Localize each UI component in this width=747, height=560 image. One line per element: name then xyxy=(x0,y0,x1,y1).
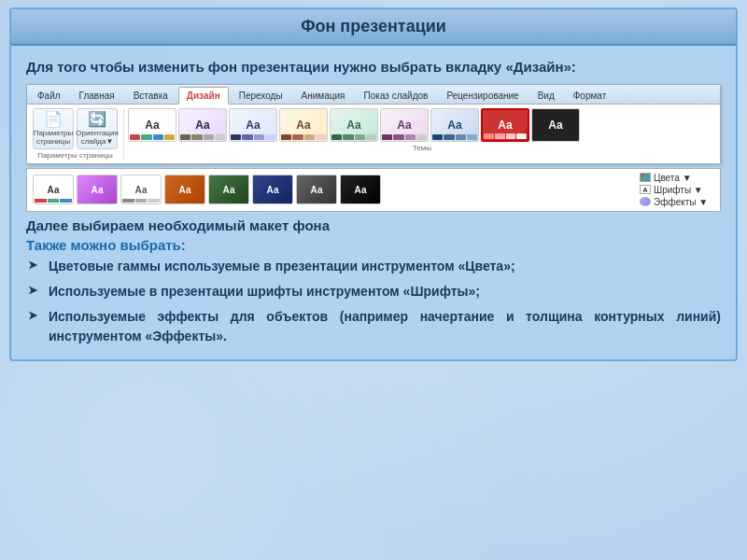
design-panel: Цвета ▼ A Шрифты ▼ Эффекты ▼ xyxy=(640,173,714,207)
tab-format[interactable]: Формат xyxy=(565,87,615,104)
tab-view[interactable]: Вид xyxy=(529,87,563,104)
tab-file[interactable]: Файл xyxy=(29,87,69,104)
sr-theme-2[interactable]: Аа xyxy=(77,175,118,204)
tab-slideshow[interactable]: Показ слайдов xyxy=(356,87,437,104)
tab-review[interactable]: Рецензирование xyxy=(438,87,527,104)
second-ribbon-themes: Аа Аа Аа Аа Аа xyxy=(33,175,629,204)
sr-theme-8[interactable]: Аа xyxy=(340,175,381,204)
bullet-item-2: Используемые в презентации шрифты инстру… xyxy=(26,282,721,301)
sr-theme-4[interactable]: Аа xyxy=(164,175,205,204)
theme-5[interactable]: Аа xyxy=(330,108,378,142)
page-setup-icons: 📄 Параметры страницы 🔄 Ориентация слайда… xyxy=(33,108,118,149)
theme-4[interactable]: Аа xyxy=(279,108,328,142)
sr-theme-5[interactable]: Аа xyxy=(208,175,249,204)
page-title: Фон презентации xyxy=(11,9,736,46)
bullet-item-1: Цветовые гаммы используемые в презентаци… xyxy=(26,257,721,276)
theme-1[interactable]: Аа xyxy=(128,108,176,142)
tab-insert[interactable]: Вставка xyxy=(125,87,176,104)
theme-grid: Аа Аа xyxy=(128,108,716,142)
theme-6[interactable]: Аа xyxy=(380,108,429,142)
bullet-list: Цветовые гаммы используемые в презентаци… xyxy=(26,257,721,346)
content-area: Для того чтобы изменить фон презентации … xyxy=(11,46,736,359)
theme-2[interactable]: Аа xyxy=(178,108,227,142)
theme-9[interactable]: Аа xyxy=(531,108,580,142)
tab-transitions[interactable]: Переходы xyxy=(231,87,291,104)
also-label: Также можно выбрать: xyxy=(26,237,721,253)
intro-paragraph: Для того чтобы изменить фон презентации … xyxy=(26,57,721,78)
theme-3[interactable]: Аа xyxy=(229,108,277,142)
themes-group: Аа Аа xyxy=(128,108,716,152)
tab-animation[interactable]: Анимация xyxy=(293,87,354,104)
sr-theme-1[interactable]: Аа xyxy=(33,175,74,204)
main-container: Фон презентации Для того чтобы изменить … xyxy=(9,7,738,361)
effects-option[interactable]: Эффекты ▼ xyxy=(640,197,714,207)
themes-label: Темы xyxy=(128,144,716,152)
tab-home[interactable]: Главная xyxy=(71,87,123,104)
bullet-item-3: Используемые эффекты для объектов (напри… xyxy=(26,307,721,346)
fonts-option[interactable]: A Шрифты ▼ xyxy=(640,185,714,195)
ribbon-body: 📄 Параметры страницы 🔄 Ориентация слайда… xyxy=(27,105,720,163)
theme-8[interactable]: Аа xyxy=(481,108,529,142)
page-setup-label: Параметры страницы xyxy=(37,151,113,160)
sr-theme-7[interactable]: Аа xyxy=(296,175,337,204)
ribbon-tabs: Файл Главная Вставка Дизайн Переходы Ани… xyxy=(27,85,720,105)
theme-7[interactable]: Аа xyxy=(430,108,479,142)
further-text: Далее выбираем необходимый макет фона xyxy=(26,217,721,233)
colors-option[interactable]: Цвета ▼ xyxy=(640,173,714,183)
page-params-btn[interactable]: 📄 Параметры страницы xyxy=(33,108,74,149)
sr-theme-3[interactable]: Аа xyxy=(120,175,162,204)
page-setup-group: 📄 Параметры страницы 🔄 Ориентация слайда… xyxy=(31,108,124,160)
tab-design[interactable]: Дизайн xyxy=(178,87,229,105)
sr-theme-6[interactable]: Аа xyxy=(252,175,293,204)
second-ribbon: Аа Аа Аа Аа Аа xyxy=(26,168,721,212)
ribbon-container: Файл Главная Вставка Дизайн Переходы Ани… xyxy=(26,84,721,164)
orientation-btn[interactable]: 🔄 Ориентация слайда▼ xyxy=(77,108,118,149)
